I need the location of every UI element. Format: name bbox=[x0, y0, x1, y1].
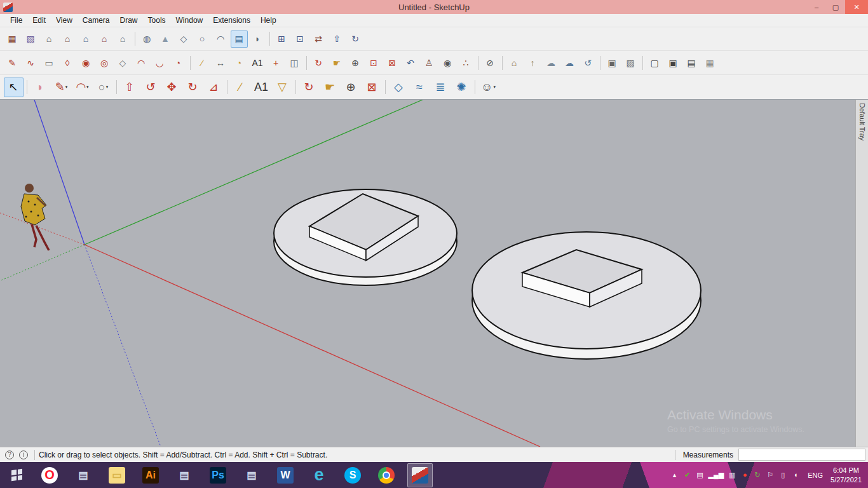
scenes-window-button[interactable]: ▣ bbox=[665, 54, 682, 71]
protractor-button[interactable]: ◔ bbox=[231, 54, 248, 71]
info-status-icon[interactable]: i bbox=[19, 451, 28, 459]
sphere-shape-button[interactable]: ○ bbox=[194, 30, 211, 48]
app-window-icon[interactable]: ▤ bbox=[71, 463, 96, 487]
menu-item[interactable]: Help bbox=[255, 14, 281, 27]
illustrator-icon[interactable]: Ai bbox=[138, 463, 163, 487]
menu-item[interactable]: Tools bbox=[143, 14, 171, 27]
cone-shape-button[interactable]: ▲ bbox=[157, 30, 174, 48]
menu-item[interactable]: Extensions bbox=[208, 14, 255, 27]
layers-shape-button[interactable]: ▤ bbox=[231, 30, 248, 48]
pencil-tool-button[interactable]: ✎ bbox=[4, 54, 21, 71]
ellipse-tool-button[interactable]: ◎ bbox=[96, 54, 113, 71]
text-tool-button[interactable]: A1 bbox=[249, 54, 266, 71]
menu-item[interactable]: Edit bbox=[27, 14, 51, 27]
component-edit-button[interactable]: ⊡ bbox=[292, 30, 309, 48]
menu-item[interactable]: Window bbox=[171, 14, 208, 27]
measurements-input[interactable] bbox=[738, 449, 865, 461]
eraser-tool-button[interactable]: ◗ bbox=[31, 78, 50, 97]
get-models-button[interactable]: ⌂ bbox=[506, 54, 523, 71]
account-button[interactable]: ☺▾ bbox=[478, 78, 498, 97]
wedge-shape-button[interactable]: ◗ bbox=[249, 30, 266, 48]
line-tool-button[interactable]: ✎▾ bbox=[51, 78, 71, 97]
geolocation-status-icon[interactable]: ? bbox=[5, 451, 14, 459]
close-button[interactable]: ✕ bbox=[845, 0, 868, 14]
section-plane-button[interactable]: ◫ bbox=[286, 54, 303, 71]
zoom-tool-button[interactable]: ⊕ bbox=[347, 54, 364, 71]
language-indicator[interactable]: ENG bbox=[808, 471, 823, 479]
menu-item[interactable]: File bbox=[5, 14, 27, 27]
edge-icon[interactable]: e bbox=[306, 463, 332, 487]
chrome-icon[interactable]: ● bbox=[374, 463, 399, 487]
pan-view-button[interactable]: ☛ bbox=[320, 78, 340, 97]
opera-icon[interactable]: O bbox=[37, 463, 62, 487]
paint-bucket-button[interactable]: ▽ bbox=[273, 78, 292, 97]
share-model-button[interactable]: ↑ bbox=[524, 54, 541, 71]
network-bars-icon[interactable]: ▂▄▆ bbox=[709, 471, 724, 478]
tape-measure-tool-button[interactable]: ∕ bbox=[231, 78, 250, 97]
previous-view-button[interactable]: ↶ bbox=[402, 54, 419, 71]
arc-tools-button[interactable]: ◠▾ bbox=[72, 78, 92, 97]
pie-tool-button[interactable]: ◔ bbox=[170, 54, 187, 71]
file-explorer-icon[interactable]: ▭ bbox=[104, 463, 130, 487]
rotate-tool-button[interactable]: ↻ bbox=[183, 78, 203, 97]
waves-extension-button[interactable]: ≈ bbox=[410, 78, 430, 97]
house-button[interactable]: ⌂ bbox=[78, 30, 95, 48]
overlap-windows-button[interactable]: ▤ bbox=[683, 54, 700, 71]
extension-warehouse-button[interactable]: ☁ bbox=[561, 54, 578, 71]
onu-status-icon[interactable]: ▥ bbox=[728, 471, 736, 478]
dome-shape-button[interactable]: ◠ bbox=[212, 30, 229, 48]
tape-measure-button[interactable]: ∕ bbox=[194, 54, 211, 71]
scale-tool-button[interactable]: ⊿ bbox=[204, 78, 224, 97]
minimize-button[interactable]: – bbox=[807, 0, 826, 14]
start-button[interactable] bbox=[0, 462, 33, 488]
hidden-icons-chevron[interactable]: ▴ bbox=[670, 471, 679, 478]
sandbox-extension-button[interactable]: ◇ bbox=[389, 78, 409, 97]
hide-rest-of-model-button[interactable]: ⊘ bbox=[482, 54, 499, 71]
photoshop-icon[interactable]: Ps bbox=[205, 463, 231, 487]
follow-me-tool-button[interactable]: ↺ bbox=[141, 78, 161, 97]
extension-settings-button[interactable]: ✺ bbox=[452, 78, 471, 97]
share-component-button[interactable]: ☁ bbox=[543, 54, 560, 71]
move-tool-button[interactable]: ✥ bbox=[162, 78, 182, 97]
component-box-button[interactable]: ▧ bbox=[22, 30, 39, 48]
model-box-button[interactable]: ▦ bbox=[4, 30, 21, 48]
cylinder-shape-button[interactable]: ◍ bbox=[139, 30, 156, 48]
component-make-button[interactable]: ⊞ bbox=[273, 30, 290, 48]
dimension-button[interactable]: ↔ bbox=[212, 54, 229, 71]
cylinder-platform-2[interactable] bbox=[472, 232, 701, 359]
rotated-rectangle-tool-button[interactable]: ◊ bbox=[59, 54, 76, 71]
styles-button[interactable]: ▨ bbox=[622, 54, 639, 71]
component-upload-button[interactable]: ⇧ bbox=[329, 30, 346, 48]
word-icon[interactable]: W bbox=[273, 463, 298, 487]
sync-status-icon[interactable]: ↻ bbox=[753, 471, 762, 478]
push-pull-tool-button[interactable]: ⇧ bbox=[120, 78, 140, 97]
walk-tool-button[interactable]: ∴ bbox=[458, 54, 475, 71]
axes-tool-button[interactable]: + bbox=[268, 54, 285, 71]
polygon-tool-button[interactable]: ◇ bbox=[114, 54, 132, 71]
maximize-button[interactable]: ▢ bbox=[826, 0, 845, 14]
skype-icon[interactable]: S bbox=[340, 463, 365, 487]
opera-tray-icon[interactable]: ● bbox=[740, 471, 749, 478]
text-annotation-button[interactable]: A1 bbox=[252, 78, 271, 97]
orbit-tool-button[interactable]: ↻ bbox=[310, 54, 327, 71]
tablet-icon[interactable]: ▯ bbox=[778, 471, 787, 478]
app-window-icon-3[interactable]: ▤ bbox=[239, 463, 264, 487]
freehand-tool-button[interactable]: ∿ bbox=[22, 54, 39, 71]
pan-tool-button[interactable]: ☛ bbox=[329, 54, 346, 71]
app-window-icon-2[interactable]: ▤ bbox=[172, 463, 197, 487]
warehouse-button[interactable]: ⌂ bbox=[114, 30, 132, 48]
zoom-extents-button[interactable]: ⊠ bbox=[384, 54, 401, 71]
arc-tool-button[interactable]: ◠ bbox=[133, 54, 150, 71]
window-layout-button[interactable]: ▢ bbox=[646, 54, 663, 71]
select-tool-button[interactable]: ↖ bbox=[4, 78, 24, 97]
viewport-canvas[interactable] bbox=[0, 100, 855, 447]
component-swap-button[interactable]: ⇄ bbox=[310, 30, 327, 48]
taskbar-clock[interactable]: 6:04 PM 5/27/2021 bbox=[831, 466, 862, 485]
match-photo-button[interactable]: ▣ bbox=[604, 54, 621, 71]
cylinder-platform-1[interactable] bbox=[274, 189, 457, 285]
menu-item[interactable]: View bbox=[51, 14, 78, 27]
3d-viewport[interactable]: Activate Windows Go to PC settings to ac… bbox=[0, 100, 855, 447]
orbit-view-button[interactable]: ↻ bbox=[299, 78, 319, 97]
menu-item[interactable]: Camera bbox=[78, 14, 115, 27]
print-model-button[interactable]: ⌂ bbox=[59, 30, 76, 48]
